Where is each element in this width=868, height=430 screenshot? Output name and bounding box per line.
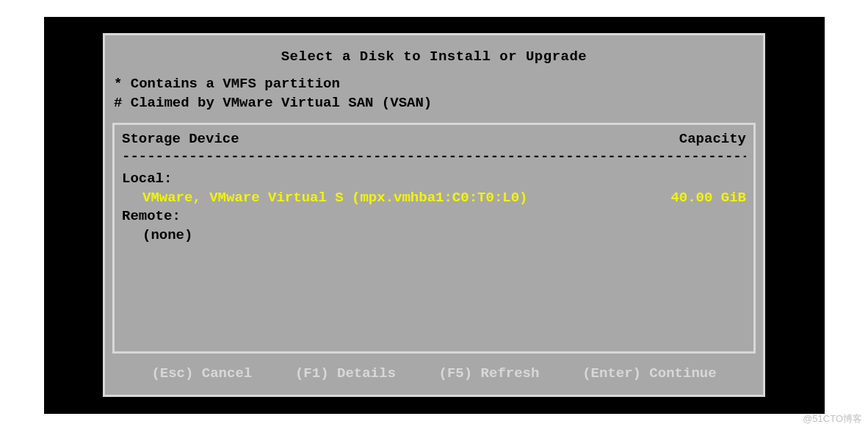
refresh-action[interactable]: (F5) Refresh — [439, 365, 540, 381]
disk-row-selected[interactable]: VMware, VMware Virtual S (mpx.vmhba1:C0:… — [122, 189, 746, 208]
local-label: Local: — [122, 170, 746, 189]
col-storage-device: Storage Device — [122, 131, 239, 147]
watermark: @51CTO博客 — [803, 412, 862, 426]
dialog-inner: Select a Disk to Install or Upgrade * Co… — [108, 38, 760, 392]
cancel-action[interactable]: (Esc) Cancel — [151, 365, 252, 381]
remote-label: Remote: — [122, 207, 746, 226]
details-action[interactable]: (F1) Details — [295, 365, 396, 381]
dialog-title: Select a Disk to Install or Upgrade — [108, 38, 760, 72]
footer-actions: (Esc) Cancel (F1) Details (F5) Refresh (… — [108, 354, 760, 392]
storage-list-box: Storage Device Capacity ----------------… — [112, 123, 756, 354]
legend-vsan: # Claimed by VMware Virtual SAN (VSAN) — [114, 94, 754, 113]
remote-none: (none) — [122, 226, 746, 246]
header-divider: ----------------------------------------… — [122, 148, 746, 165]
legend-block: * Contains a VMFS partition # Claimed by… — [108, 72, 760, 123]
legend-vmfs: * Contains a VMFS partition — [114, 75, 754, 94]
disk-select-dialog: Select a Disk to Install or Upgrade * Co… — [103, 33, 765, 397]
console-background: Select a Disk to Install or Upgrade * Co… — [44, 17, 825, 414]
list-header: Storage Device Capacity — [122, 131, 746, 147]
continue-action[interactable]: (Enter) Continue — [582, 365, 716, 381]
disk-capacity: 40.00 GiB — [670, 189, 746, 208]
disk-name: VMware, VMware Virtual S (mpx.vmhba1:C0:… — [142, 189, 528, 208]
col-capacity: Capacity — [679, 131, 746, 147]
